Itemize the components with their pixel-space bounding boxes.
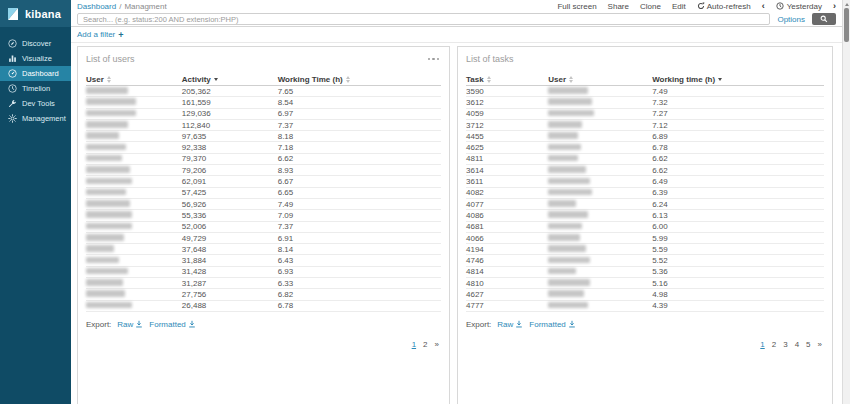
table-row: 31,884 6.43 <box>86 255 441 266</box>
kibana-logo-icon <box>7 7 20 21</box>
time-prev-chevron-icon[interactable]: ‹ <box>762 2 765 11</box>
sort-desc-icon <box>718 78 722 81</box>
add-filter-link[interactable]: Add a filter <box>77 30 115 39</box>
breadcrumb-dashboard-link[interactable]: Dashboard <box>77 2 116 11</box>
working-time-cell: 8.54 <box>278 98 441 107</box>
redacted-username <box>548 144 581 151</box>
task-cell: 4811 <box>466 154 548 163</box>
table-row: 62,091 6.67 <box>86 176 441 187</box>
page-link[interactable]: » <box>435 340 439 349</box>
table-row: 4627 4.98 <box>466 289 824 300</box>
table-row: 55,336 7.09 <box>86 210 441 221</box>
working-time-cell: 6.78 <box>278 301 441 310</box>
activity-cell: 79,206 <box>182 166 278 175</box>
auto-refresh-button[interactable]: Auto-refresh <box>697 2 751 11</box>
activity-cell: 129,036 <box>182 109 278 118</box>
sidebar-item-management[interactable]: Management <box>0 111 71 126</box>
user-cell <box>86 87 182 96</box>
table-row: 52,006 7.37 <box>86 222 441 233</box>
search-button[interactable] <box>812 13 836 25</box>
user-cell <box>548 132 652 141</box>
edit-button[interactable]: Edit <box>672 2 686 11</box>
top-nav-links: Full screen Share Clone Edit Auto-refres… <box>557 2 836 11</box>
working-time-cell: 8.93 <box>278 166 441 175</box>
user-cell <box>86 98 182 107</box>
sidebar-item-discover[interactable]: Discover <box>0 36 71 51</box>
task-cell: 3611 <box>466 177 548 186</box>
tasks-table-body: 3590 7.49 3612 7.32 4059 <box>466 86 824 312</box>
share-button[interactable]: Share <box>608 2 629 11</box>
working-time-cell: 6.89 <box>652 132 824 141</box>
vertical-scrollbar[interactable] <box>842 0 850 404</box>
activity-cell: 26,488 <box>182 301 278 310</box>
search-input[interactable] <box>77 13 770 25</box>
download-icon <box>515 320 523 328</box>
page-link[interactable]: 5 <box>806 340 810 349</box>
export-raw-link[interactable]: Raw <box>497 320 523 329</box>
redacted-username <box>548 98 592 105</box>
working-time-cell: 4.39 <box>652 301 824 310</box>
user-cell <box>548 211 652 220</box>
task-cell: 4810 <box>466 279 548 288</box>
scroll-up-arrow-icon[interactable] <box>845 3 849 6</box>
table-row: 3590 7.49 <box>466 86 824 97</box>
panel-title: List of tasks <box>466 54 514 64</box>
sidebar-item-dev-tools[interactable]: Dev Tools <box>0 96 71 111</box>
sidebar-item-visualize[interactable]: Visualize <box>0 51 71 66</box>
sort-icon <box>346 76 350 83</box>
panel-list-of-users: List of users User Activity Working Time… <box>77 46 450 404</box>
working-time-cell: 7.27 <box>652 109 824 118</box>
kibana-logo[interactable]: kibana <box>0 0 71 27</box>
clone-button[interactable]: Clone <box>640 2 661 11</box>
download-icon <box>188 320 196 328</box>
scrollbar-thumb[interactable] <box>844 8 849 42</box>
time-picker-button[interactable]: Yesterday <box>776 2 822 11</box>
column-header-user[interactable]: User <box>86 75 182 84</box>
export-formatted-link[interactable]: Formatted <box>149 320 195 329</box>
working-time-cell: 7.37 <box>278 222 441 231</box>
table-row: 4082 6.39 <box>466 188 824 199</box>
user-cell <box>548 245 652 254</box>
user-cell <box>548 200 652 209</box>
column-header-user[interactable]: User <box>548 75 652 84</box>
column-header-task[interactable]: Task <box>466 75 548 84</box>
time-next-chevron-icon[interactable]: › <box>833 2 836 11</box>
page-link[interactable]: 2 <box>423 340 427 349</box>
tasks-table-header: Task User Working time (h) <box>466 73 824 86</box>
sidebar-item-label: Visualize <box>22 54 52 63</box>
page-link[interactable]: 1 <box>412 340 416 349</box>
add-filter-plus-icon[interactable]: + <box>118 30 123 40</box>
sidebar-item-label: Discover <box>22 39 51 48</box>
page-link[interactable]: 4 <box>795 340 799 349</box>
column-header-working-time[interactable]: Working time (h) <box>652 75 824 84</box>
redacted-username <box>548 121 582 128</box>
column-header-working-time[interactable]: Working Time (h) <box>278 75 441 84</box>
sidebar-item-dashboard[interactable]: Dashboard <box>0 66 71 81</box>
table-row: 4059 7.27 <box>466 109 824 120</box>
page-link[interactable]: 3 <box>783 340 787 349</box>
full-screen-button[interactable]: Full screen <box>557 2 596 11</box>
tasks-pagination: 1 2 3 4 5 » <box>466 340 824 349</box>
panel-options-icon[interactable] <box>426 56 442 63</box>
working-time-cell: 6.62 <box>278 154 441 163</box>
export-formatted-link[interactable]: Formatted <box>529 320 575 329</box>
page-link[interactable]: 2 <box>772 340 776 349</box>
working-time-cell: 8.14 <box>278 245 441 254</box>
working-time-cell: 6.91 <box>278 234 441 243</box>
activity-cell: 79,370 <box>182 154 278 163</box>
redacted-username <box>548 155 578 162</box>
working-time-cell: 6.33 <box>278 279 441 288</box>
sidebar-item-timelion[interactable]: Timelion <box>0 81 71 96</box>
user-cell <box>86 267 182 276</box>
export-label: Export: <box>86 320 111 329</box>
export-raw-link[interactable]: Raw <box>117 320 143 329</box>
user-cell <box>86 279 182 288</box>
page-link[interactable]: » <box>818 340 822 349</box>
page-link[interactable]: 1 <box>760 340 764 349</box>
user-cell <box>548 234 652 243</box>
search-options-link[interactable]: Options <box>777 15 805 24</box>
table-row: 4814 5.36 <box>466 267 824 278</box>
column-header-activity[interactable]: Activity <box>182 75 278 84</box>
table-row: 92,338 7.18 <box>86 142 441 153</box>
redacted-username <box>548 166 586 173</box>
